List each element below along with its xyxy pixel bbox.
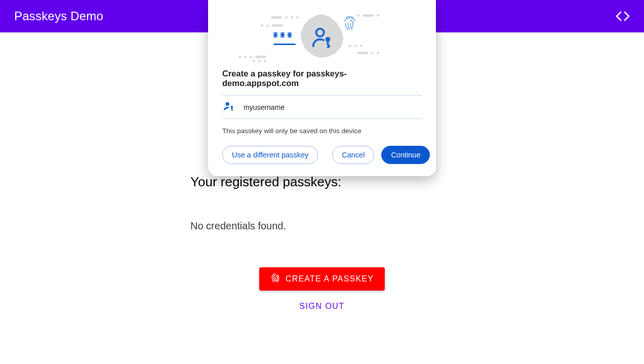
svg-rect-5	[231, 109, 233, 110]
account-username: myusername	[244, 103, 285, 111]
dialog-button-row: Use a different passkey Cancel Continue	[222, 146, 422, 164]
create-passkey-button[interactable]: CREATE A PASSKEY	[259, 267, 385, 291]
asterisks-icon	[273, 31, 295, 38]
person-key-icon	[310, 25, 334, 48]
decorative-dots	[261, 24, 283, 27]
svg-point-2	[226, 102, 229, 106]
passkey-badge-icon	[298, 12, 346, 61]
decorative-dots	[357, 14, 379, 17]
cancel-button[interactable]: Cancel	[332, 146, 374, 164]
create-passkey-dialog: Create a passkey for passkeys-demo.appsp…	[208, 0, 436, 176]
decorative-dots	[238, 56, 266, 58]
dialog-title: Create a passkey for passkeys-demo.appsp…	[222, 69, 422, 88]
no-credentials-text: No credentials found.	[190, 220, 454, 232]
registered-passkeys-heading: Your registered passkeys:	[190, 174, 454, 190]
create-passkey-label: CREATE A PASSKEY	[286, 274, 374, 284]
use-different-passkey-button[interactable]: Use a different passkey	[222, 146, 318, 164]
account-row: myusername	[222, 95, 422, 119]
fingerprint-outline-icon	[342, 15, 357, 32]
decorative-dots	[271, 16, 299, 19]
app-title: Passkeys Demo	[14, 9, 103, 23]
continue-button[interactable]: Continue	[381, 146, 430, 164]
decorative-dots	[253, 60, 266, 62]
decorative-dots	[357, 52, 379, 54]
underline-icon	[273, 44, 296, 45]
dialog-hero-illustration	[222, 9, 422, 64]
dialog-note: This passkey will only be saved on this …	[222, 127, 422, 135]
sign-out-button[interactable]: SIGN OUT	[299, 302, 344, 311]
code-icon[interactable]	[616, 11, 630, 21]
svg-point-0	[316, 29, 324, 36]
fingerprint-icon	[270, 273, 280, 285]
account-passkey-icon	[223, 101, 234, 113]
action-buttons: CREATE A PASSKEY SIGN OUT	[190, 267, 454, 311]
decorative-dots	[349, 45, 363, 47]
